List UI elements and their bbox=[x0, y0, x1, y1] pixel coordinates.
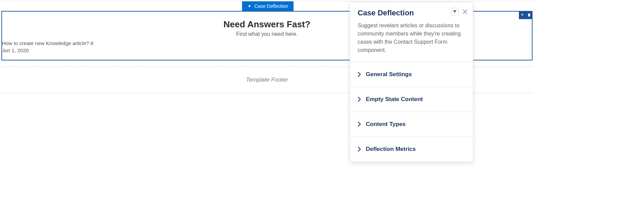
properties-panel: Case Deflection Suggest revelant article… bbox=[350, 2, 473, 162]
component-tag-label: Case Deflection bbox=[254, 3, 288, 9]
lightning-icon bbox=[248, 4, 252, 9]
close-icon bbox=[462, 9, 468, 15]
section-label: Content Types bbox=[366, 121, 406, 128]
section-general-settings[interactable]: General Settings bbox=[350, 62, 473, 87]
move-handle[interactable] bbox=[519, 11, 526, 19]
chevron-right-icon bbox=[358, 97, 361, 102]
section-label: Deflection Metrics bbox=[366, 146, 416, 153]
chevron-right-icon bbox=[358, 122, 361, 127]
triangle-down-icon bbox=[453, 10, 456, 13]
section-empty-state-content[interactable]: Empty State Content bbox=[350, 87, 473, 112]
chevron-right-icon bbox=[358, 147, 361, 152]
search-result-item[interactable]: How to create new Knowledge article? 8 J… bbox=[2, 40, 93, 55]
panel-description: Suggest revelant articles or discussions… bbox=[358, 22, 465, 54]
result-title: How to create new Knowledge article? 8 bbox=[2, 40, 93, 47]
delete-button[interactable] bbox=[526, 11, 533, 19]
section-content-types[interactable]: Content Types bbox=[350, 112, 473, 137]
panel-header: Case Deflection Suggest revelant article… bbox=[350, 2, 473, 62]
selection-action-bar bbox=[519, 11, 533, 19]
chevron-right-icon bbox=[358, 72, 361, 77]
section-deflection-metrics[interactable]: Deflection Metrics bbox=[350, 137, 473, 161]
section-label: Empty State Content bbox=[366, 96, 423, 103]
panel-menu-button[interactable] bbox=[451, 8, 459, 15]
component-tag[interactable]: Case Deflection bbox=[242, 1, 294, 11]
trash-icon bbox=[527, 13, 531, 17]
panel-title: Case Deflection bbox=[358, 9, 465, 17]
template-footer-label: Template Footer bbox=[246, 76, 288, 83]
builder-canvas: Case Deflection Need Answers Fast? Find … bbox=[0, 0, 644, 211]
section-label: General Settings bbox=[366, 71, 412, 78]
result-date: Jun 1, 2020 bbox=[2, 47, 93, 54]
move-icon bbox=[520, 13, 524, 17]
panel-close-button[interactable] bbox=[462, 9, 468, 15]
panel-controls bbox=[451, 8, 468, 15]
